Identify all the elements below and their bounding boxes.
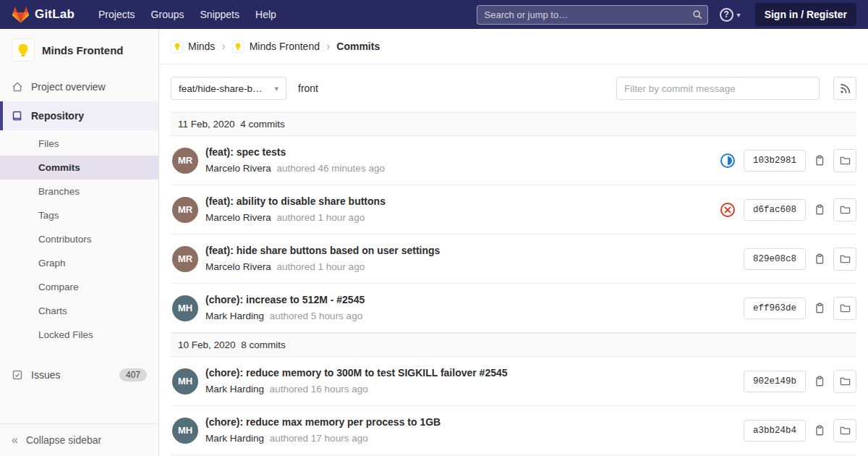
sidebar-item-repository[interactable]: Repository (0, 101, 158, 130)
commit-title-link[interactable]: (feat): hide share buttons based on user… (205, 245, 440, 256)
folder-icon (840, 303, 851, 313)
avatar[interactable]: MR (172, 246, 198, 272)
commit-meta: Mark Harding authored 17 hours ago (205, 432, 735, 445)
commit-author-link[interactable]: Marcelo Rivera (205, 212, 271, 223)
issues-icon (12, 369, 23, 381)
sidebar-item-label: Project overview (31, 81, 106, 93)
commit-sha-button[interactable]: 103b2981 (744, 150, 806, 172)
folder-icon (840, 253, 851, 264)
browse-files-button[interactable] (833, 419, 856, 442)
avatar[interactable]: MH (172, 368, 198, 394)
folder-icon (840, 204, 851, 215)
sidebar-project-name: Minds Frontend (42, 44, 124, 56)
commit-author-link[interactable]: Mark Harding (205, 433, 264, 444)
commits-feed-button[interactable] (833, 77, 856, 100)
sidebar-project-header[interactable]: Minds Frontend (0, 29, 158, 72)
nav-link-projects[interactable]: Projects (90, 0, 143, 29)
copy-sha-button[interactable] (814, 253, 825, 265)
nav-link-groups[interactable]: Groups (143, 0, 192, 29)
browse-files-button[interactable] (833, 297, 856, 320)
commit-row: MR (feat): hide share buttons based on u… (171, 235, 856, 284)
avatar[interactable]: MH (172, 295, 198, 321)
sidebar-subitem-compare[interactable]: Compare (0, 275, 158, 299)
commits-toolbar: feat/hide-share-b… ▾ front (171, 77, 856, 100)
commit-info: (chore): reduce max memory per process t… (205, 415, 735, 445)
commit-title-link[interactable]: (feat): spec tests (205, 146, 286, 158)
nav-link-snippets[interactable]: Snippets (192, 0, 247, 29)
sidebar-item-issues[interactable]: Issues 407 (0, 360, 158, 390)
folder-icon (840, 155, 851, 166)
clipboard-icon (814, 253, 825, 265)
search-input[interactable] (477, 5, 708, 25)
gitlab-logo[interactable]: GitLab (12, 6, 75, 24)
commit-title-link[interactable]: (chore): reduce memory to 300M to test S… (205, 367, 508, 379)
commit-title-link[interactable]: (feat): ability to disable share buttons (205, 195, 386, 207)
sidebar-subitem-graph[interactable]: Graph (0, 251, 158, 275)
sidebar-subitem-locked-files[interactable]: Locked Files (0, 323, 158, 347)
sidebar-subitem-charts[interactable]: Charts (0, 299, 158, 323)
repository-icon (12, 110, 23, 122)
copy-sha-button[interactable] (814, 204, 825, 216)
browse-files-button[interactable] (833, 149, 856, 172)
commit-sha-button[interactable]: eff963de (744, 297, 806, 319)
project-avatar (12, 38, 35, 62)
nav-link-help[interactable]: Help (247, 0, 284, 29)
chevron-down-icon: ▾ (737, 11, 741, 19)
commit-sha-button[interactable]: d6fac608 (744, 199, 806, 221)
repo-path-label: front (298, 83, 318, 94)
breadcrumb-separator-icon: › (326, 40, 330, 53)
ci-status-running-icon[interactable] (720, 153, 736, 169)
copy-sha-button[interactable] (814, 376, 825, 387)
sidebar-subitem-files[interactable]: Files (0, 132, 158, 156)
project-avatar-icon (232, 41, 244, 53)
collapse-icon: « (12, 434, 18, 446)
help-icon: ? (720, 8, 733, 22)
global-search (477, 5, 708, 25)
rss-icon (840, 83, 851, 94)
copy-sha-button[interactable] (814, 155, 825, 166)
copy-sha-button[interactable] (814, 303, 825, 314)
folder-icon (840, 376, 851, 387)
commit-meta: Marcelo Rivera authored 1 hour ago (205, 261, 735, 274)
commit-sha-button[interactable]: a3bb24b4 (744, 420, 806, 442)
avatar[interactable]: MR (172, 197, 198, 223)
sidebar-subitem-branches[interactable]: Branches (0, 180, 158, 203)
copy-sha-button[interactable] (814, 425, 825, 436)
commit-author-link[interactable]: Mark Harding (205, 384, 264, 394)
commit-author-link[interactable]: Marcelo Rivera (205, 163, 271, 174)
avatar[interactable]: MH (172, 418, 198, 444)
browse-files-button[interactable] (833, 198, 856, 221)
commit-list: 11 Feb, 2020 4 commits MR (feat): spec t… (171, 112, 856, 456)
commit-row: MR (feat): spec tests Marcelo Rivera aut… (171, 136, 856, 185)
commit-title-link[interactable]: (chore): reduce max memory per process t… (205, 416, 441, 428)
clipboard-icon (814, 376, 825, 387)
commit-title-link[interactable]: (chore): increase to 512M - #2545 (205, 294, 365, 305)
collapse-sidebar-button[interactable]: « Collapse sidebar (0, 423, 158, 456)
sidebar-item-project-overview[interactable]: Project overview (0, 72, 158, 101)
commit-sha-button[interactable]: 829e08c8 (744, 248, 806, 270)
sidebar-item-label: Repository (31, 110, 84, 122)
breadcrumb-project[interactable]: Minds Frontend (232, 41, 320, 53)
sign-in-register-button[interactable]: Sign in / Register (755, 3, 856, 26)
commit-actions: 902e149b (744, 370, 856, 393)
repository-submenu: Files Commits Branches Tags Contributors… (0, 130, 158, 352)
filter-commits-input[interactable] (616, 77, 820, 100)
commit-time: authored 1 hour ago (277, 212, 365, 223)
search-icon (692, 9, 702, 22)
top-navbar: GitLab Projects Groups Snippets Help ? ▾… (0, 0, 868, 29)
clipboard-icon (814, 425, 825, 436)
branch-dropdown[interactable]: feat/hide-share-b… ▾ (171, 77, 286, 100)
sidebar-subitem-commits[interactable]: Commits (0, 156, 158, 180)
commit-meta: Marcelo Rivera authored 1 hour ago (205, 211, 711, 224)
sidebar-subitem-contributors[interactable]: Contributors (0, 227, 158, 251)
commit-author-link[interactable]: Mark Harding (205, 311, 264, 321)
ci-status-failed-icon[interactable] (720, 202, 736, 218)
commit-author-link[interactable]: Marcelo Rivera (205, 261, 271, 272)
browse-files-button[interactable] (833, 248, 856, 271)
sidebar-subitem-tags[interactable]: Tags (0, 203, 158, 227)
commit-sha-button[interactable]: 902e149b (744, 371, 806, 392)
browse-files-button[interactable] (833, 370, 856, 393)
breadcrumb-group[interactable]: Minds (171, 41, 215, 53)
help-menu[interactable]: ? ▾ (720, 8, 741, 22)
avatar[interactable]: MR (172, 148, 198, 174)
